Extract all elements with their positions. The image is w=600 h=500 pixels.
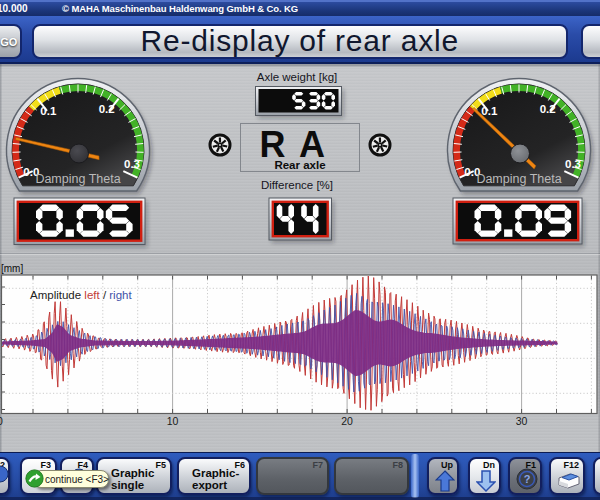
svg-text:20: 20 [341,415,353,427]
svg-text:0.2: 0.2 [99,103,115,115]
svg-text:?: ? [524,473,531,485]
svg-text:Axle weight [kg]: Axle weight [kg] [257,71,338,83]
svg-text:Damping Theta: Damping Theta [476,172,561,186]
svg-text:Rear axle: Rear axle [274,159,325,171]
svg-text:Difference [%]: Difference [%] [261,179,333,191]
svg-text:Damping Theta: Damping Theta [35,172,120,186]
svg-text:30: 30 [516,415,528,427]
svg-text:0: 0 [0,415,3,427]
svg-text:10: 10 [167,415,179,427]
svg-text:0.1: 0.1 [481,105,498,117]
svg-text:Amplitude left / right: Amplitude left / right [30,289,132,301]
svg-text:[mm]: [mm] [1,263,23,274]
svg-text:0.1: 0.1 [40,105,57,117]
svg-text:0.3: 0.3 [565,158,581,170]
svg-text:0.2: 0.2 [540,103,556,115]
svg-text:0.3: 0.3 [124,158,140,170]
